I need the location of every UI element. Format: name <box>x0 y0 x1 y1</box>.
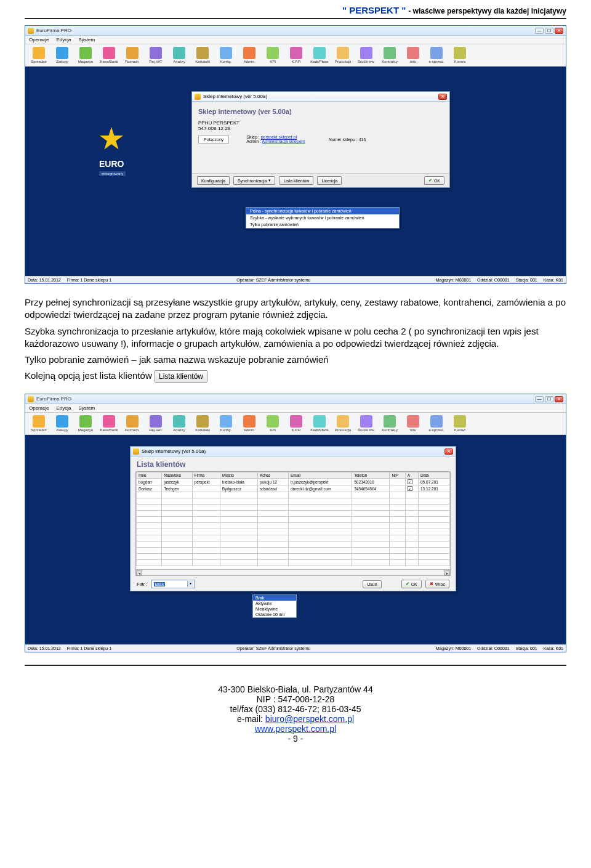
maximize-button-2[interactable]: ☐ <box>545 396 553 402</box>
tool-rozrach[interactable]: Rozrach. <box>123 415 142 432</box>
tool-kartoteki[interactable]: Kartoteki <box>193 47 212 63</box>
tool-rejvat[interactable]: Rej.VAT <box>146 415 166 432</box>
menu-edycja-2[interactable]: Edycja <box>56 405 71 411</box>
tool-rozrach[interactable]: Rozrach. <box>123 47 142 63</box>
table-row <box>137 517 450 523</box>
tool-kpi[interactable]: KPI <box>263 415 283 432</box>
tool-kontrakty[interactable]: Kontrakty <box>380 415 400 432</box>
col-email[interactable]: Email <box>288 473 352 479</box>
tool-esprzed[interactable]: e-sprzed. <box>427 47 446 63</box>
delete-button[interactable]: Usuń <box>363 580 381 588</box>
tool-kadrpace[interactable]: Kadr/Płace <box>310 415 329 432</box>
active-checkbox[interactable]: ✓ <box>408 486 412 491</box>
tool-kadrpace[interactable]: Kadr/Płace <box>310 47 329 63</box>
tool-zakupy[interactable]: Zakupy <box>52 47 72 63</box>
col-firma[interactable]: Firma <box>192 473 220 479</box>
scroll-right-icon[interactable]: ▸ <box>444 570 450 575</box>
tool-kasabank[interactable]: Kasa/Bank <box>99 415 119 432</box>
filter-opt-brak[interactable]: Brak <box>253 595 296 601</box>
scroll-left-icon[interactable]: ◂ <box>136 570 142 575</box>
col-telefon[interactable]: Telefon <box>352 473 390 479</box>
col-nazwisko[interactable]: Nazwisko <box>162 473 192 479</box>
col-adres[interactable]: Adres <box>258 473 289 479</box>
tool-admin[interactable]: Admin. <box>239 415 259 432</box>
menu-operacje-2[interactable]: Operacje <box>29 405 49 411</box>
shop-link[interactable]: perspekt.sklepef.pl <box>261 135 297 139</box>
config-button[interactable]: Konfiguracja <box>197 176 230 185</box>
tool-info[interactable]: Info <box>403 415 423 432</box>
tool-analizy[interactable]: Analizy <box>169 415 189 432</box>
sync-option-fast[interactable]: Szybka - wysłanie wybranych towarów i po… <box>246 214 399 221</box>
tool-rodkitrw[interactable]: Środki trw. <box>356 415 376 432</box>
tool-magazyn[interactable]: Magazyn <box>76 47 95 63</box>
sync-button[interactable]: Synchronizacja ▾ <box>233 176 275 185</box>
sync-option-orders[interactable]: Tylko pobranie zamówień <box>246 221 399 228</box>
close-button[interactable]: ✕ <box>555 28 563 34</box>
tool-esprzed[interactable]: e-sprzed. <box>427 415 446 432</box>
tool-kpr[interactable]: K.P.R <box>286 47 306 63</box>
tool-konfig[interactable]: Konfig. <box>216 415 236 432</box>
filter-opt-ostatnie[interactable]: Ostatnie 10 dni <box>253 612 296 617</box>
tool-icon <box>337 47 349 59</box>
table-row[interactable]: DariuszTechgenBydgoszczsdsadasddarecki.d… <box>137 485 450 492</box>
tool-kasabank[interactable]: Kasa/Bank <box>99 47 119 63</box>
menu-system-2[interactable]: System <box>78 405 95 411</box>
close-button-2[interactable]: ✕ <box>555 396 563 402</box>
tool-admin[interactable]: Admin. <box>239 47 259 63</box>
shop-number: Numer sklepu : 416 <box>329 137 366 142</box>
tool-zakupy[interactable]: Zakupy <box>52 415 72 432</box>
grid-scrollbar[interactable]: ◂ ▸ <box>136 569 450 575</box>
clients-button[interactable]: Lista klientów <box>279 176 313 185</box>
admin-link[interactable]: Administracja sklepem <box>262 139 305 144</box>
minimize-button-2[interactable]: — <box>535 396 544 402</box>
tool-rejvat[interactable]: Rej.VAT <box>146 47 166 63</box>
maximize-button[interactable]: ☐ <box>545 28 553 34</box>
tool-analizy[interactable]: Analizy <box>169 47 189 63</box>
dialog-close-button[interactable]: ✕ <box>438 94 447 100</box>
clients-dialog-titlebar: Sklep internetowy (ver 5.00a) ✕ <box>131 447 456 456</box>
active-checkbox[interactable]: ✓ <box>408 479 412 484</box>
tool-sprzeda[interactable]: Sprzedaż <box>29 415 49 432</box>
tool-kpi[interactable]: KPI <box>263 47 283 63</box>
table-row[interactable]: bogdanjuszczykperspektbielsko-białapokoj… <box>137 479 450 485</box>
tool-kartoteki[interactable]: Kartoteki <box>193 415 212 432</box>
tool-kontrakty[interactable]: Kontrakty <box>380 47 400 63</box>
filter-opt-aktywne[interactable]: Aktywne <box>253 601 296 606</box>
tool-rodkitrw[interactable]: Środki trw. <box>356 47 376 63</box>
inline-clients-button[interactable]: Lista klientów <box>155 370 207 383</box>
app-window-2: EuroFirma PRO — ☐ ✕ Operacje Edycja Syst… <box>25 394 566 652</box>
sync-option-full[interactable]: Pełna - synchronizacja towarów i pobrani… <box>246 208 399 214</box>
menu-edycja[interactable]: Edycja <box>56 37 71 43</box>
tool-icon <box>290 47 302 59</box>
menu-system[interactable]: System <box>78 37 95 43</box>
tool-konfig[interactable]: Konfig. <box>216 47 236 63</box>
footer-web-link[interactable]: www.perspekt.com.pl <box>255 724 336 734</box>
menu-operacje[interactable]: Operacje <box>29 37 49 43</box>
status-warehouse-2: Magazyn: M00001 <box>436 646 472 651</box>
col-a[interactable]: A <box>405 473 418 479</box>
back-button[interactable]: ✖ Wróć <box>425 580 449 588</box>
clients-dialog-close[interactable]: ✕ <box>444 448 453 455</box>
filter-opt-nieaktywne[interactable]: Nieaktywne <box>253 606 296 612</box>
chevron-down-icon: ▾ <box>187 581 193 587</box>
col-nip[interactable]: NIP <box>390 473 405 479</box>
status-branch: Oddział: O00001 <box>477 278 510 282</box>
tool-kpr[interactable]: K.P.R <box>286 415 306 432</box>
footer-email-link[interactable]: biuro@perspekt.com.pl <box>265 714 354 724</box>
status-date: Data: 15.01.2012 <box>28 278 61 282</box>
tool-magazyn[interactable]: Magazyn <box>76 415 95 432</box>
tool-produkcja[interactable]: Produkcja <box>333 415 353 432</box>
col-data[interactable]: Data <box>418 473 449 479</box>
tool-produkcja[interactable]: Produkcja <box>333 47 353 63</box>
tool-sprzeda[interactable]: Sprzedaż <box>29 47 49 63</box>
col-miasto[interactable]: Miasto <box>220 473 257 479</box>
tool-info[interactable]: Info <box>403 47 423 63</box>
license-button[interactable]: Licencja <box>317 176 342 185</box>
ok-button-2[interactable]: ✔ OK <box>401 580 422 588</box>
tool-koniec[interactable]: Koniec <box>450 415 470 432</box>
minimize-button[interactable]: — <box>535 28 544 34</box>
ok-button[interactable]: ✔OK <box>424 176 444 185</box>
col-imie[interactable]: Imie <box>137 473 162 479</box>
filter-select[interactable]: Brak ▾ <box>151 580 195 588</box>
tool-koniec[interactable]: Koniec <box>450 47 470 63</box>
